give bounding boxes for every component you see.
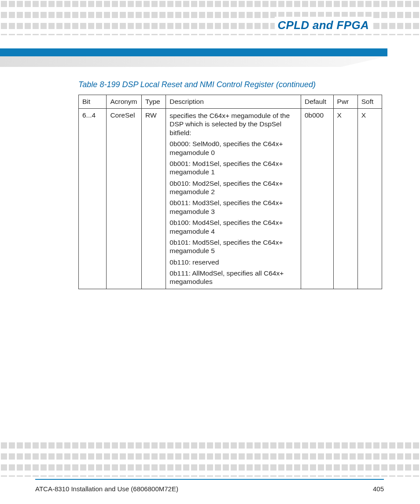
footer-dot-pattern xyxy=(0,441,420,477)
table-caption: Table 8-199 DSP Local Reset and NMI Cont… xyxy=(78,80,382,89)
cell-soft: X xyxy=(357,109,382,289)
header-gray-wedge xyxy=(0,56,387,67)
register-table: Bit Acronym Type Description Default Pwr… xyxy=(78,95,382,289)
table-row: 6...4 CoreSel RW specifies the C64x+ meg… xyxy=(79,109,382,289)
description-line: specifies the C64x+ megamodule of the DS… xyxy=(169,111,297,137)
cell-description: specifies the C64x+ megamodule of the DS… xyxy=(166,109,301,289)
description-line: 0b111: AllModSel, specifies all C64x+ me… xyxy=(169,269,297,286)
description-line: 0b100: Mod4Sel, specifies the C64x+ mega… xyxy=(169,218,297,235)
description-line: 0b010: Mod2Sel, specifies the C64x+ mega… xyxy=(169,179,297,196)
header-blue-bar xyxy=(0,48,387,56)
cell-acronym: CoreSel xyxy=(107,109,142,289)
col-acronym: Acronym xyxy=(107,95,142,109)
col-type: Type xyxy=(142,95,166,109)
footer-doc-title: ATCA-8310 Installation and Use (6806800M… xyxy=(35,485,178,493)
description-line: 0b001: Mod1Sel, specifies the C64x+ mega… xyxy=(169,159,297,177)
table-header-row: Bit Acronym Type Description Default Pwr… xyxy=(79,95,382,109)
col-description: Description xyxy=(166,95,301,109)
col-soft: Soft xyxy=(357,95,382,109)
description-line: 0b110: reserved xyxy=(169,258,297,266)
cell-default: 0b000 xyxy=(301,109,333,289)
cell-bit: 6...4 xyxy=(79,109,107,289)
col-bit: Bit xyxy=(79,95,107,109)
cell-pwr: X xyxy=(333,109,357,289)
description-line: 0b000: SelMod0, specifies the C64x+ mega… xyxy=(169,140,297,157)
cell-type: RW xyxy=(142,109,166,289)
description-line: 0b101: Mod5Sel, specifies the C64x+ mega… xyxy=(169,238,297,255)
footer-page-number: 405 xyxy=(373,485,384,493)
col-default: Default xyxy=(301,95,333,109)
footer-rule xyxy=(35,479,384,480)
chapter-title: CPLD and FPGA xyxy=(275,17,372,34)
col-pwr: Pwr xyxy=(333,95,357,109)
description-line: 0b011: Mod3Sel, specifies the C64x+ mega… xyxy=(169,199,297,216)
